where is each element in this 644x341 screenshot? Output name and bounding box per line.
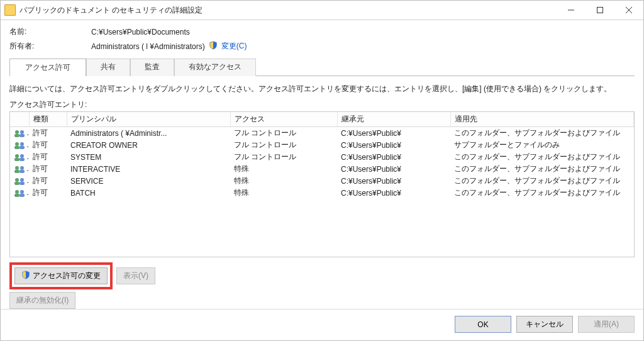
- users-icon: [14, 153, 26, 162]
- view-button[interactable]: 表示(V): [116, 267, 155, 284]
- tab-share[interactable]: 共有: [86, 59, 130, 76]
- change-permissions-label: アクセス許可の変更: [33, 271, 101, 281]
- table-row[interactable]: 許可BATCH特殊C:¥Users¥Public¥このフォルダー、サブフォルダー…: [10, 187, 634, 199]
- owner-label: 所有者:: [9, 41, 91, 52]
- row-icon-cell: [10, 139, 29, 151]
- users-icon: [14, 141, 26, 150]
- owner-row: 所有者: Administrators ( l ¥Administrators)…: [9, 41, 635, 52]
- svg-point-6: [20, 130, 24, 134]
- row-inherited: C:¥Users¥Public¥: [337, 139, 450, 151]
- svg-point-4: [15, 130, 19, 134]
- tab-permissions[interactable]: アクセス許可: [9, 59, 86, 76]
- svg-rect-21: [14, 182, 19, 185]
- row-applies: このフォルダー、サブフォルダーおよびファイル: [450, 175, 634, 187]
- row-type: 許可: [29, 187, 67, 199]
- row-type: 許可: [29, 163, 67, 175]
- row-applies: このフォルダー、サブフォルダーおよびファイル: [450, 187, 634, 199]
- row-icon-cell: [10, 187, 29, 199]
- name-row: 名前: C:¥Users¥Public¥Documents: [9, 26, 635, 37]
- row-access: フル コントロール: [230, 151, 337, 163]
- col-inherited[interactable]: 継承元: [337, 112, 450, 127]
- row-access: フル コントロール: [230, 139, 337, 151]
- close-button[interactable]: [614, 1, 643, 20]
- users-icon: [14, 129, 26, 138]
- col-type[interactable]: 種類: [29, 112, 67, 127]
- svg-rect-1: [597, 8, 603, 13]
- highlight-box: アクセス許可の変更: [9, 262, 113, 289]
- table-row[interactable]: 許可SERVICE特殊C:¥Users¥Public¥このフォルダー、サブフォル…: [10, 175, 634, 187]
- disable-inheritance-row: 継承の無効化(I): [9, 292, 635, 309]
- name-label: 名前:: [9, 26, 91, 37]
- table-header-row: 種類 プリンシパル アクセス 継承元 適用先: [10, 112, 634, 127]
- row-access: 特殊: [230, 175, 337, 187]
- row-inherited: C:¥Users¥Public¥: [337, 163, 450, 175]
- tab-audit[interactable]: 監査: [130, 59, 174, 76]
- tab-strip: アクセス許可 共有 監査 有効なアクセス: [9, 58, 635, 76]
- row-icon-cell: [10, 151, 29, 163]
- row-access: 特殊: [230, 163, 337, 175]
- row-inherited: C:¥Users¥Public¥: [337, 187, 450, 199]
- row-applies: このフォルダー、サブフォルダーおよびファイル: [450, 151, 634, 163]
- table-row[interactable]: 許可SYSTEMフル コントロールC:¥Users¥Public¥このフォルダー…: [10, 151, 634, 163]
- row-principal: Administrators ( ¥Administr...: [67, 127, 230, 140]
- svg-point-10: [20, 142, 24, 146]
- col-principal[interactable]: プリンシパル: [67, 112, 230, 127]
- svg-point-24: [15, 190, 19, 194]
- maximize-icon: [597, 7, 603, 13]
- minimize-button[interactable]: [557, 1, 586, 20]
- disable-inheritance-button[interactable]: 継承の無効化(I): [9, 292, 75, 309]
- close-icon: [626, 7, 632, 13]
- svg-point-12: [15, 154, 19, 158]
- svg-rect-25: [14, 194, 19, 197]
- ok-label: OK: [477, 320, 488, 329]
- dialog-content: 名前: C:¥Users¥Public¥Documents 所有者: Admin…: [1, 20, 643, 309]
- row-inherited: C:¥Users¥Public¥: [337, 127, 450, 140]
- users-icon: [14, 177, 26, 186]
- cancel-button[interactable]: キャンセル: [516, 316, 573, 333]
- permission-table-wrap[interactable]: 種類 プリンシパル アクセス 継承元 適用先 許可Administrators …: [9, 111, 635, 257]
- col-icon[interactable]: [10, 112, 29, 127]
- disable-inheritance-label: 継承の無効化(I): [16, 295, 69, 306]
- svg-rect-15: [19, 158, 25, 161]
- row-inherited: C:¥Users¥Public¥: [337, 175, 450, 187]
- users-icon: [14, 165, 26, 174]
- svg-rect-27: [19, 194, 25, 197]
- apply-button[interactable]: 適用(A): [578, 316, 635, 333]
- minimize-icon: [568, 7, 574, 13]
- ok-button[interactable]: OK: [455, 316, 511, 333]
- row-icon-cell: [10, 127, 29, 140]
- row-principal: CREATOR OWNER: [67, 139, 230, 151]
- row-inherited: C:¥Users¥Public¥: [337, 151, 450, 163]
- row-applies: このフォルダー、サブフォルダーおよびファイル: [450, 127, 634, 140]
- col-applies[interactable]: 適用先: [450, 112, 634, 127]
- svg-point-22: [20, 178, 24, 182]
- row-icon-cell: [10, 163, 29, 175]
- security-dialog: パブリックのドキュメント のセキュリティの詳細設定 名前: C:¥Users¥P…: [0, 0, 644, 341]
- svg-rect-19: [19, 170, 25, 173]
- cancel-label: キャンセル: [526, 319, 564, 330]
- row-principal: INTERACTIVE: [67, 163, 230, 175]
- maximize-button[interactable]: [586, 1, 614, 20]
- col-access[interactable]: アクセス: [230, 112, 337, 127]
- svg-point-16: [15, 166, 19, 170]
- row-principal: SYSTEM: [67, 151, 230, 163]
- action-row: アクセス許可の変更 表示(V): [9, 262, 635, 289]
- tab-effective-access[interactable]: 有効なアクセス: [174, 59, 256, 76]
- view-button-label: 表示(V): [123, 271, 148, 281]
- change-permissions-button[interactable]: アクセス許可の変更: [14, 267, 108, 284]
- table-row[interactable]: 許可Administrators ( ¥Administr...フル コントロー…: [10, 127, 634, 140]
- dialog-footer: OK キャンセル 適用(A): [1, 309, 643, 340]
- table-row[interactable]: 許可INTERACTIVE特殊C:¥Users¥Public¥このフォルダー、サ…: [10, 163, 634, 175]
- users-icon: [14, 189, 26, 198]
- svg-rect-11: [19, 146, 25, 149]
- row-applies: このフォルダー、サブフォルダーおよびファイル: [450, 163, 634, 175]
- window-title: パブリックのドキュメント のセキュリティの詳細設定: [19, 5, 557, 16]
- entries-label: アクセス許可エントリ:: [9, 99, 635, 110]
- table-row[interactable]: 許可CREATOR OWNERフル コントロールC:¥Users¥Public¥…: [10, 139, 634, 151]
- svg-point-18: [20, 166, 24, 170]
- row-type: 許可: [29, 151, 67, 163]
- change-owner-link[interactable]: 変更(C): [221, 41, 247, 52]
- svg-point-26: [20, 190, 24, 194]
- row-principal: BATCH: [67, 187, 230, 199]
- svg-point-20: [15, 178, 19, 182]
